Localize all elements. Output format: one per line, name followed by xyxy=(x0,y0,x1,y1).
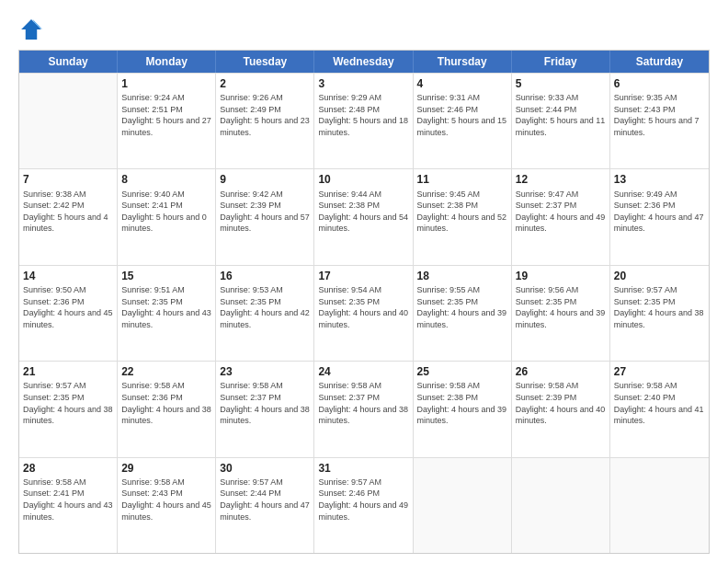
calendar-body: 1Sunrise: 9:24 AMSunset: 2:51 PMDaylight… xyxy=(19,73,709,553)
day-number: 9 xyxy=(220,172,310,187)
calendar-cell-3: 3Sunrise: 9:29 AMSunset: 2:48 PMDaylight… xyxy=(314,74,413,168)
calendar-cell-empty-4-6 xyxy=(610,458,709,553)
calendar-cell-empty-4-5 xyxy=(512,458,610,553)
calendar-row-1: 7Sunrise: 9:38 AMSunset: 2:42 PMDaylight… xyxy=(19,168,709,264)
header xyxy=(18,17,710,42)
calendar-cell-16: 16Sunrise: 9:53 AMSunset: 2:35 PMDayligh… xyxy=(216,266,314,361)
calendar: SundayMondayTuesdayWednesdayThursdayFrid… xyxy=(18,50,710,554)
calendar-cell-21: 21Sunrise: 9:57 AMSunset: 2:35 PMDayligh… xyxy=(19,362,118,456)
cell-info: Sunrise: 9:24 AMSunset: 2:51 PMDaylight:… xyxy=(121,92,211,138)
day-number: 21 xyxy=(23,364,113,379)
day-number: 14 xyxy=(23,269,113,283)
day-number: 18 xyxy=(417,269,507,283)
calendar-cell-26: 26Sunrise: 9:58 AMSunset: 2:39 PMDayligh… xyxy=(512,362,610,456)
cell-info: Sunrise: 9:33 AMSunset: 2:44 PMDaylight:… xyxy=(516,92,606,138)
calendar-cell-5: 5Sunrise: 9:33 AMSunset: 2:44 PMDaylight… xyxy=(512,74,610,168)
weekday-header-monday: Monday xyxy=(118,51,216,73)
calendar-cell-empty-0-0 xyxy=(19,74,118,168)
day-number: 5 xyxy=(516,76,606,91)
cell-info: Sunrise: 9:29 AMSunset: 2:48 PMDaylight:… xyxy=(318,92,408,138)
calendar-cell-31: 31Sunrise: 9:57 AMSunset: 2:46 PMDayligh… xyxy=(314,458,413,553)
cell-info: Sunrise: 9:58 AMSunset: 2:37 PMDaylight:… xyxy=(220,380,310,426)
day-number: 28 xyxy=(23,461,113,476)
cell-info: Sunrise: 9:35 AMSunset: 2:43 PMDaylight:… xyxy=(614,92,705,138)
calendar-cell-19: 19Sunrise: 9:56 AMSunset: 2:35 PMDayligh… xyxy=(512,266,610,361)
day-number: 8 xyxy=(121,172,211,187)
day-number: 19 xyxy=(516,269,606,283)
day-number: 6 xyxy=(614,76,705,91)
cell-info: Sunrise: 9:44 AMSunset: 2:38 PMDaylight:… xyxy=(318,189,408,235)
day-number: 17 xyxy=(318,269,408,283)
weekday-header-tuesday: Tuesday xyxy=(216,51,314,73)
calendar-cell-9: 9Sunrise: 9:42 AMSunset: 2:39 PMDaylight… xyxy=(216,169,314,264)
calendar-cell-17: 17Sunrise: 9:54 AMSunset: 2:35 PMDayligh… xyxy=(314,266,413,361)
cell-info: Sunrise: 9:57 AMSunset: 2:35 PMDaylight:… xyxy=(614,284,705,330)
day-number: 10 xyxy=(318,172,408,187)
calendar-cell-25: 25Sunrise: 9:58 AMSunset: 2:38 PMDayligh… xyxy=(414,362,512,456)
calendar-row-0: 1Sunrise: 9:24 AMSunset: 2:51 PMDaylight… xyxy=(19,73,709,168)
day-number: 22 xyxy=(121,364,211,379)
cell-info: Sunrise: 9:47 AMSunset: 2:37 PMDaylight:… xyxy=(516,189,606,235)
day-number: 11 xyxy=(417,172,507,187)
calendar-cell-14: 14Sunrise: 9:50 AMSunset: 2:36 PMDayligh… xyxy=(19,266,118,361)
calendar-cell-27: 27Sunrise: 9:58 AMSunset: 2:40 PMDayligh… xyxy=(610,362,709,456)
calendar-cell-13: 13Sunrise: 9:49 AMSunset: 2:36 PMDayligh… xyxy=(610,169,709,264)
calendar-cell-28: 28Sunrise: 9:58 AMSunset: 2:41 PMDayligh… xyxy=(19,458,118,553)
day-number: 25 xyxy=(417,364,507,379)
cell-info: Sunrise: 9:53 AMSunset: 2:35 PMDaylight:… xyxy=(220,284,310,330)
svg-marker-0 xyxy=(21,19,41,40)
cell-info: Sunrise: 9:58 AMSunset: 2:37 PMDaylight:… xyxy=(318,380,408,426)
cell-info: Sunrise: 9:57 AMSunset: 2:44 PMDaylight:… xyxy=(220,477,310,523)
calendar-cell-8: 8Sunrise: 9:40 AMSunset: 2:41 PMDaylight… xyxy=(118,169,216,264)
calendar-row-3: 21Sunrise: 9:57 AMSunset: 2:35 PMDayligh… xyxy=(19,361,709,456)
cell-info: Sunrise: 9:45 AMSunset: 2:38 PMDaylight:… xyxy=(417,189,507,235)
day-number: 23 xyxy=(220,364,310,379)
calendar-cell-1: 1Sunrise: 9:24 AMSunset: 2:51 PMDaylight… xyxy=(118,74,216,168)
cell-info: Sunrise: 9:26 AMSunset: 2:49 PMDaylight:… xyxy=(220,92,310,138)
cell-info: Sunrise: 9:58 AMSunset: 2:43 PMDaylight:… xyxy=(121,477,211,523)
calendar-cell-24: 24Sunrise: 9:58 AMSunset: 2:37 PMDayligh… xyxy=(314,362,413,456)
cell-info: Sunrise: 9:58 AMSunset: 2:41 PMDaylight:… xyxy=(23,477,113,523)
weekday-header-thursday: Thursday xyxy=(414,51,512,73)
calendar-cell-12: 12Sunrise: 9:47 AMSunset: 2:37 PMDayligh… xyxy=(512,169,610,264)
day-number: 12 xyxy=(516,172,606,187)
logo-icon xyxy=(18,17,44,42)
calendar-cell-empty-4-4 xyxy=(414,458,512,553)
day-number: 15 xyxy=(121,269,211,283)
day-number: 29 xyxy=(121,461,211,476)
cell-info: Sunrise: 9:49 AMSunset: 2:36 PMDaylight:… xyxy=(614,189,705,235)
day-number: 3 xyxy=(318,76,408,91)
cell-info: Sunrise: 9:42 AMSunset: 2:39 PMDaylight:… xyxy=(220,189,310,235)
cell-info: Sunrise: 9:57 AMSunset: 2:35 PMDaylight:… xyxy=(23,380,113,426)
weekday-header-sunday: Sunday xyxy=(19,51,118,73)
cell-info: Sunrise: 9:31 AMSunset: 2:46 PMDaylight:… xyxy=(417,92,507,138)
day-number: 30 xyxy=(220,461,310,476)
calendar-cell-10: 10Sunrise: 9:44 AMSunset: 2:38 PMDayligh… xyxy=(314,169,413,264)
calendar-cell-2: 2Sunrise: 9:26 AMSunset: 2:49 PMDaylight… xyxy=(216,74,314,168)
cell-info: Sunrise: 9:55 AMSunset: 2:35 PMDaylight:… xyxy=(417,284,507,330)
calendar-cell-22: 22Sunrise: 9:58 AMSunset: 2:36 PMDayligh… xyxy=(118,362,216,456)
calendar-cell-23: 23Sunrise: 9:58 AMSunset: 2:37 PMDayligh… xyxy=(216,362,314,456)
weekday-header-wednesday: Wednesday xyxy=(314,51,413,73)
calendar-cell-18: 18Sunrise: 9:55 AMSunset: 2:35 PMDayligh… xyxy=(414,266,512,361)
calendar-cell-6: 6Sunrise: 9:35 AMSunset: 2:43 PMDaylight… xyxy=(610,74,709,168)
day-number: 7 xyxy=(23,172,113,187)
weekday-header-friday: Friday xyxy=(512,51,610,73)
day-number: 4 xyxy=(417,76,507,91)
cell-info: Sunrise: 9:51 AMSunset: 2:35 PMDaylight:… xyxy=(121,284,211,330)
calendar-cell-15: 15Sunrise: 9:51 AMSunset: 2:35 PMDayligh… xyxy=(118,266,216,361)
logo xyxy=(18,17,48,42)
calendar-cell-7: 7Sunrise: 9:38 AMSunset: 2:42 PMDaylight… xyxy=(19,169,118,264)
calendar-row-4: 28Sunrise: 9:58 AMSunset: 2:41 PMDayligh… xyxy=(19,457,709,553)
day-number: 13 xyxy=(614,172,705,187)
calendar-cell-11: 11Sunrise: 9:45 AMSunset: 2:38 PMDayligh… xyxy=(414,169,512,264)
cell-info: Sunrise: 9:58 AMSunset: 2:36 PMDaylight:… xyxy=(121,380,211,426)
calendar-cell-30: 30Sunrise: 9:57 AMSunset: 2:44 PMDayligh… xyxy=(216,458,314,553)
day-number: 27 xyxy=(614,364,705,379)
cell-info: Sunrise: 9:40 AMSunset: 2:41 PMDaylight:… xyxy=(121,189,211,235)
calendar-cell-20: 20Sunrise: 9:57 AMSunset: 2:35 PMDayligh… xyxy=(610,266,709,361)
day-number: 31 xyxy=(318,461,408,476)
day-number: 26 xyxy=(516,364,606,379)
day-number: 20 xyxy=(614,269,705,283)
cell-info: Sunrise: 9:58 AMSunset: 2:40 PMDaylight:… xyxy=(614,380,705,426)
